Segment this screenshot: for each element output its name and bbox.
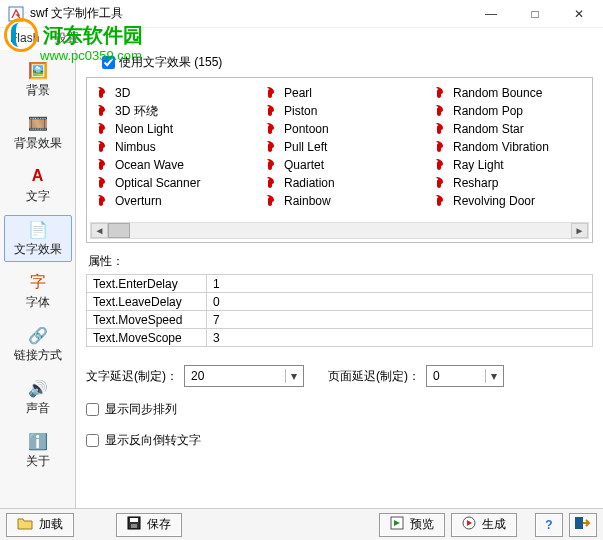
effects-listbox[interactable]: 3D3D 环绕Neon LightNimbusOcean WaveOptical… <box>86 77 593 243</box>
effect-item[interactable]: Piston <box>264 102 415 120</box>
effect-item[interactable]: Rainbow <box>264 192 415 210</box>
table-row[interactable]: Text.MoveScope3 <box>87 329 593 347</box>
maximize-button[interactable]: □ <box>513 0 557 28</box>
scroll-thumb[interactable] <box>108 223 130 238</box>
effect-item[interactable]: Optical Scanner <box>95 174 246 192</box>
sidebar-item-label: 声音 <box>26 400 50 417</box>
property-value[interactable]: 7 <box>207 311 593 329</box>
sidebar-item-label: 字体 <box>26 294 50 311</box>
effect-item[interactable]: Revolving Door <box>433 192 584 210</box>
bg-effect-icon: 🎞️ <box>28 113 48 133</box>
effect-item[interactable]: Nimbus <box>95 138 246 156</box>
flash-icon <box>264 122 278 136</box>
minimize-button[interactable]: — <box>469 0 513 28</box>
flash-icon <box>264 176 278 190</box>
menubar: Flash 设置 <box>0 28 603 50</box>
flash-icon <box>264 158 278 172</box>
effect-item-label: Pontoon <box>284 122 329 136</box>
effect-item[interactable]: Resharp <box>433 174 584 192</box>
sidebar-item-background[interactable]: 🖼️ 背景 <box>4 56 72 103</box>
app-icon <box>8 6 24 22</box>
effect-item[interactable]: Ray Light <box>433 156 584 174</box>
preview-button[interactable]: 预览 <box>379 513 445 537</box>
exit-button[interactable] <box>569 513 597 537</box>
save-button-label: 保存 <box>147 516 171 533</box>
effect-item-label: Ray Light <box>453 158 504 172</box>
sidebar-item-label: 背景效果 <box>14 135 62 152</box>
table-row[interactable]: Text.MoveSpeed7 <box>87 311 593 329</box>
load-button[interactable]: 加载 <box>6 513 74 537</box>
load-button-label: 加载 <box>39 516 63 533</box>
effect-item[interactable]: Random Bounce <box>433 84 584 102</box>
effect-item[interactable]: 3D 环绕 <box>95 102 246 120</box>
effect-item[interactable]: Pearl <box>264 84 415 102</box>
flash-icon <box>264 104 278 118</box>
show-reverse-label: 显示反向倒转文字 <box>105 432 201 449</box>
show-sync-checkbox[interactable] <box>86 403 99 416</box>
menu-settings[interactable]: 设置 <box>55 31 79 45</box>
flash-icon <box>264 86 278 100</box>
effect-item-label: 3D <box>115 86 130 100</box>
effect-item[interactable]: 3D <box>95 84 246 102</box>
effect-item[interactable]: Radiation <box>264 174 415 192</box>
property-value[interactable]: 0 <box>207 293 593 311</box>
effects-horizontal-scrollbar[interactable]: ◄ ► <box>90 222 589 239</box>
menu-flash[interactable]: Flash <box>10 31 39 45</box>
table-row[interactable]: Text.LeaveDelay0 <box>87 293 593 311</box>
flash-icon <box>264 140 278 154</box>
properties-table[interactable]: Text.EnterDelay1Text.LeaveDelay0Text.Mov… <box>86 274 593 347</box>
flash-icon <box>95 104 109 118</box>
page-delay-combo[interactable]: 0 ▾ <box>426 365 504 387</box>
effect-item[interactable]: Pontoon <box>264 120 415 138</box>
effect-item-label: Random Vibration <box>453 140 549 154</box>
properties-header: 属性： <box>88 253 593 270</box>
effect-item[interactable]: Neon Light <box>95 120 246 138</box>
scroll-track[interactable] <box>108 223 571 238</box>
scroll-left-arrow-icon[interactable]: ◄ <box>91 223 108 238</box>
sidebar-item-bg-effect[interactable]: 🎞️ 背景效果 <box>4 109 72 156</box>
effect-item[interactable]: Random Pop <box>433 102 584 120</box>
generate-button-label: 生成 <box>482 516 506 533</box>
effect-item[interactable]: Ocean Wave <box>95 156 246 174</box>
show-reverse-checkbox[interactable] <box>86 434 99 447</box>
effect-item[interactable]: Quartet <box>264 156 415 174</box>
flash-icon <box>264 194 278 208</box>
sidebar-item-link[interactable]: 🔗 链接方式 <box>4 321 72 368</box>
property-value[interactable]: 3 <box>207 329 593 347</box>
effect-item-label: Optical Scanner <box>115 176 200 190</box>
effect-item[interactable]: Random Vibration <box>433 138 584 156</box>
effect-item-label: Overturn <box>115 194 162 208</box>
table-row[interactable]: Text.EnterDelay1 <box>87 275 593 293</box>
effect-item[interactable]: Overturn <box>95 192 246 210</box>
titlebar: swf 文字制作工具 — □ ✕ <box>0 0 603 28</box>
show-sync-label: 显示同步排列 <box>105 401 177 418</box>
use-text-effect-checkbox[interactable] <box>102 56 115 69</box>
sidebar-item-text[interactable]: A 文字 <box>4 162 72 209</box>
sidebar-item-label: 文字效果 <box>14 241 62 258</box>
sidebar-item-sound[interactable]: 🔊 声音 <box>4 374 72 421</box>
property-value[interactable]: 1 <box>207 275 593 293</box>
sidebar-item-about[interactable]: ℹ️ 关于 <box>4 427 72 474</box>
link-icon: 🔗 <box>28 325 48 345</box>
sidebar-item-font[interactable]: 字 字体 <box>4 268 72 315</box>
effect-item[interactable]: Pull Left <box>264 138 415 156</box>
effect-item-label: Radiation <box>284 176 335 190</box>
scroll-right-arrow-icon[interactable]: ► <box>571 223 588 238</box>
text-delay-label: 文字延迟(制定)： <box>86 368 178 385</box>
effect-item[interactable]: Random Star <box>433 120 584 138</box>
help-button[interactable]: ? <box>535 513 563 537</box>
property-key: Text.MoveSpeed <box>87 311 207 329</box>
save-button[interactable]: 保存 <box>116 513 182 537</box>
close-button[interactable]: ✕ <box>557 0 601 28</box>
exit-icon <box>575 516 591 533</box>
sidebar-item-text-effect[interactable]: 📄 文字效果 <box>4 215 72 262</box>
generate-icon <box>462 516 476 533</box>
effect-item-label: Random Star <box>453 122 524 136</box>
floppy-icon <box>127 516 141 533</box>
generate-button[interactable]: 生成 <box>451 513 517 537</box>
font-icon: 字 <box>28 272 48 292</box>
text-delay-combo[interactable]: 20 ▾ <box>184 365 304 387</box>
flash-icon <box>433 176 447 190</box>
flash-icon <box>433 140 447 154</box>
sidebar-item-label: 文字 <box>26 188 50 205</box>
